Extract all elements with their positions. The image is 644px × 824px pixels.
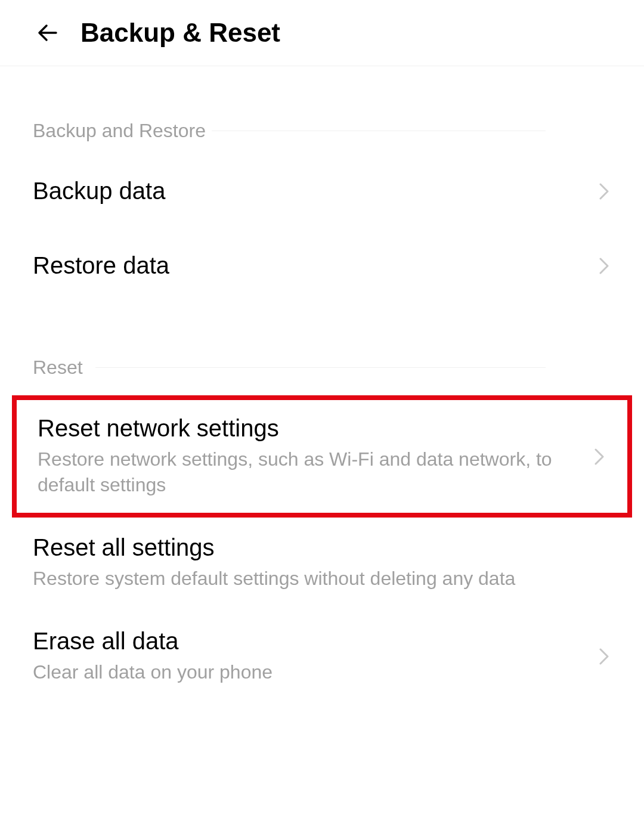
erase-all-data-item[interactable]: Erase all data Clear all data on your ph… xyxy=(0,610,644,709)
chevron-right-icon xyxy=(597,649,611,664)
restore-data-title: Restore data xyxy=(33,252,591,279)
section-header-backup-restore: Backup and Restore xyxy=(0,66,644,154)
list-item-content: Erase all data Clear all data on your ph… xyxy=(33,628,591,685)
reset-all-title: Reset all settings xyxy=(33,534,611,561)
reset-all-subtitle: Restore system default settings without … xyxy=(33,566,611,591)
erase-all-subtitle: Clear all data on your phone xyxy=(33,659,591,685)
chevron-right-icon xyxy=(597,184,611,199)
content: Backup and Restore Backup data Restore d… xyxy=(0,66,644,709)
header: Backup & Reset xyxy=(0,0,644,66)
reset-network-subtitle: Restore network settings, such as Wi-Fi … xyxy=(38,447,586,498)
back-button[interactable] xyxy=(33,18,63,48)
list-item-content: Backup data xyxy=(33,178,591,205)
erase-all-title: Erase all data xyxy=(33,628,591,655)
reset-all-settings-item[interactable]: Reset all settings Restore system defaul… xyxy=(0,522,644,609)
list-item-content: Reset network settings Restore network s… xyxy=(38,415,586,498)
list-item-content: Restore data xyxy=(33,252,591,279)
backup-data-item[interactable]: Backup data xyxy=(0,154,644,228)
backup-data-title: Backup data xyxy=(33,178,591,205)
list-item-content: Reset all settings Restore system defaul… xyxy=(33,534,611,591)
arrow-left-icon xyxy=(33,18,62,47)
page-title: Backup & Reset xyxy=(80,18,280,48)
chevron-right-icon xyxy=(592,450,606,464)
section-header-reset: Reset xyxy=(0,303,644,391)
chevron-right-icon xyxy=(597,259,611,273)
reset-network-settings-item[interactable]: Reset network settings Restore network s… xyxy=(12,395,632,518)
reset-network-title: Reset network settings xyxy=(38,415,586,442)
restore-data-item[interactable]: Restore data xyxy=(0,228,644,303)
